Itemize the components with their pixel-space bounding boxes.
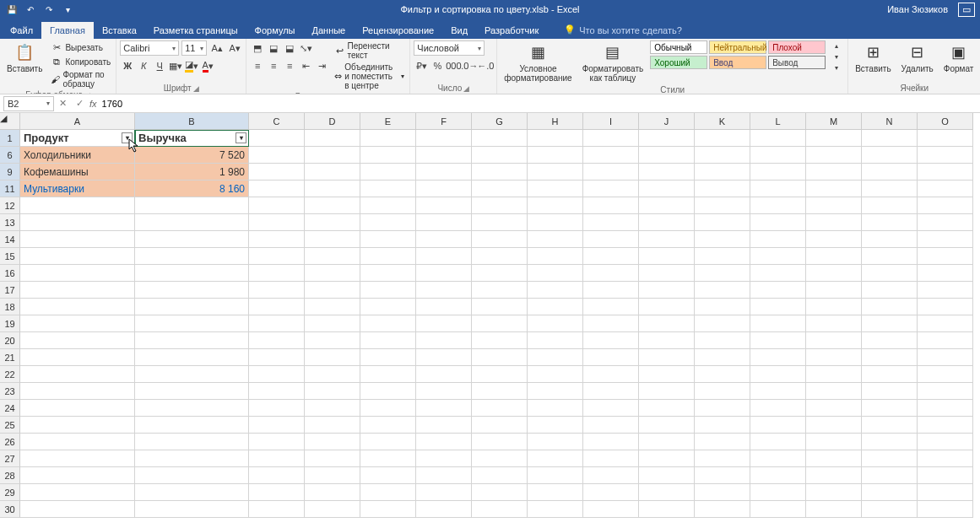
cell[interactable] — [305, 197, 360, 214]
col-header-I[interactable]: I — [583, 113, 639, 130]
cell[interactable] — [472, 180, 528, 197]
cell[interactable] — [583, 147, 639, 164]
cell[interactable] — [862, 349, 918, 366]
tab-файл[interactable]: Файл — [2, 22, 41, 39]
cell[interactable] — [918, 484, 973, 501]
cell[interactable] — [639, 265, 695, 282]
gallery-more-icon[interactable]: ▾ — [829, 62, 844, 73]
dialog-launcher-icon[interactable]: ◢ — [463, 84, 469, 93]
cell[interactable] — [305, 332, 360, 349]
cell[interactable] — [583, 417, 639, 434]
cell[interactable] — [472, 366, 528, 383]
cell[interactable] — [528, 434, 583, 450]
cell[interactable] — [305, 248, 360, 265]
cell[interactable] — [305, 501, 360, 518]
cell[interactable]: Выручка▾ — [135, 130, 249, 147]
cell[interactable] — [806, 130, 862, 147]
cell[interactable] — [20, 214, 135, 231]
cell[interactable] — [750, 164, 806, 180]
qat-more-icon[interactable]: ▾ — [61, 3, 74, 16]
cell[interactable] — [20, 315, 135, 332]
cell[interactable] — [249, 231, 305, 248]
cell[interactable] — [695, 130, 750, 147]
cell[interactable] — [305, 164, 360, 180]
font-name-combo[interactable]: Calibri▾ — [120, 40, 179, 56]
comma-icon[interactable]: 000 — [446, 58, 461, 73]
cell[interactable] — [528, 501, 583, 518]
cell[interactable] — [249, 130, 305, 147]
cell[interactable] — [695, 467, 750, 484]
cell[interactable] — [695, 299, 750, 315]
cell[interactable] — [20, 484, 135, 501]
cell[interactable] — [862, 417, 918, 434]
cell[interactable] — [135, 484, 249, 501]
font-color-button[interactable]: А▾ — [200, 58, 215, 73]
cell[interactable] — [918, 315, 973, 332]
cell[interactable] — [583, 434, 639, 450]
cell[interactable] — [416, 349, 472, 366]
row-header[interactable]: 29 — [0, 484, 20, 501]
cell[interactable] — [305, 214, 360, 231]
cell[interactable] — [360, 315, 416, 332]
cell[interactable] — [639, 450, 695, 467]
cell[interactable] — [695, 501, 750, 518]
format-painter-button[interactable]: 🖌Формат по образцу — [49, 69, 112, 89]
bold-button[interactable]: Ж — [120, 58, 135, 73]
cell[interactable] — [416, 366, 472, 383]
cell[interactable] — [360, 130, 416, 147]
cell[interactable] — [695, 231, 750, 248]
cell[interactable] — [639, 366, 695, 383]
cell[interactable] — [695, 164, 750, 180]
cell[interactable] — [416, 434, 472, 450]
cell[interactable] — [750, 130, 806, 147]
cell[interactable] — [20, 231, 135, 248]
cell[interactable] — [528, 248, 583, 265]
cell[interactable] — [416, 197, 472, 214]
cell[interactable] — [695, 315, 750, 332]
row-header[interactable]: 30 — [0, 501, 20, 518]
cell[interactable] — [20, 417, 135, 434]
row-header[interactable]: 11 — [0, 180, 20, 197]
cell[interactable] — [249, 501, 305, 518]
cell[interactable] — [360, 248, 416, 265]
decrease-decimal-icon[interactable]: ←.0 — [478, 58, 493, 73]
cell[interactable] — [918, 265, 973, 282]
cell[interactable] — [135, 197, 249, 214]
row-header[interactable]: 19 — [0, 315, 20, 332]
cell[interactable] — [695, 282, 750, 299]
cell[interactable] — [528, 467, 583, 484]
cell[interactable] — [806, 248, 862, 265]
cell[interactable] — [528, 180, 583, 197]
cell[interactable] — [135, 417, 249, 434]
cell[interactable] — [695, 349, 750, 366]
cell[interactable] — [528, 484, 583, 501]
cell[interactable] — [249, 383, 305, 400]
cell[interactable] — [472, 332, 528, 349]
cell[interactable] — [20, 197, 135, 214]
cell[interactable] — [20, 366, 135, 383]
cell[interactable] — [639, 231, 695, 248]
cell[interactable] — [528, 299, 583, 315]
cell[interactable] — [305, 467, 360, 484]
cell-style-option[interactable]: Плохой — [768, 40, 826, 54]
cell[interactable] — [528, 197, 583, 214]
cell[interactable] — [360, 164, 416, 180]
cell[interactable] — [918, 147, 973, 164]
row-header[interactable]: 1 — [0, 130, 20, 147]
cell[interactable] — [528, 164, 583, 180]
col-header-H[interactable]: H — [528, 113, 583, 130]
cell[interactable] — [305, 349, 360, 366]
cell[interactable] — [806, 349, 862, 366]
gallery-up-icon[interactable]: ▴ — [829, 40, 844, 51]
cell[interactable] — [135, 282, 249, 299]
cell[interactable] — [918, 501, 973, 518]
cell[interactable] — [416, 248, 472, 265]
cell[interactable] — [583, 349, 639, 366]
tab-данные[interactable]: Данные — [303, 22, 354, 39]
cell[interactable] — [862, 484, 918, 501]
cell[interactable] — [528, 315, 583, 332]
cell[interactable] — [472, 450, 528, 467]
cell[interactable] — [806, 214, 862, 231]
row-header[interactable]: 22 — [0, 366, 20, 383]
cell[interactable] — [249, 265, 305, 282]
